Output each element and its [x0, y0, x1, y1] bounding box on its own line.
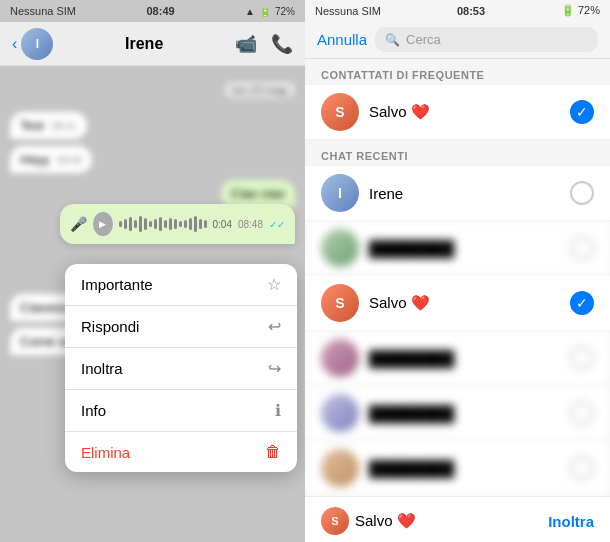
msg-date: lun 23 mag	[225, 82, 295, 98]
wave-bar	[144, 218, 147, 230]
frequent-section: CONTATTATI DI FREQUENTE S Salvo ❤️ ✓	[305, 59, 610, 140]
contact-row-blurred-4[interactable]: ████████	[305, 441, 610, 496]
inoltra-button[interactable]: Inoltra	[548, 513, 594, 530]
contact-name-salvo-frequent: Salvo ❤️	[369, 103, 560, 121]
contact-row-salvo-frequent[interactable]: S Salvo ❤️ ✓	[305, 85, 610, 140]
right-panel: Nessuna SIM 08:53 🔋 72% Annulla 🔍 Cerca …	[305, 0, 610, 542]
wave-bar	[154, 219, 157, 229]
wave-bar	[194, 216, 197, 232]
contact-name-blurred-1: ████████	[369, 240, 560, 257]
reply-icon: ↩	[268, 317, 281, 336]
check-circle-blurred-1[interactable]	[570, 236, 594, 260]
avatar-blurred-3	[321, 394, 359, 432]
frequent-header: CONTATTATI DI FREQUENTE	[305, 59, 610, 85]
battery-icon: 🔋	[259, 6, 271, 17]
contact-name-blurred-2: ████████	[369, 350, 560, 367]
avatar-blurred-1	[321, 229, 359, 267]
footer-selected: S Salvo ❤️	[321, 507, 416, 535]
wave-bar	[139, 216, 142, 232]
left-status-bar: Nessuna SIM 08:49 ▲ 🔋 72%	[0, 0, 305, 22]
avatar-salvo-frequent: S	[321, 93, 359, 131]
wave-bar	[119, 221, 122, 227]
right-footer: S Salvo ❤️ Inoltra	[305, 496, 610, 542]
right-status-bar: Nessuna SIM 08:53 🔋 72%	[305, 0, 610, 21]
wifi-icon: ▲	[245, 6, 255, 17]
check-circle-blurred-3[interactable]	[570, 401, 594, 425]
left-panel: Nessuna SIM 08:49 ▲ 🔋 72% ‹ I Irene 📹 📞 …	[0, 0, 305, 542]
wave-bar	[179, 221, 182, 227]
wave-bar	[204, 220, 207, 228]
search-placeholder: Cerca	[406, 32, 441, 47]
msg-ciao-ciao: Ciao ciao	[221, 180, 295, 207]
wave-bar	[134, 220, 137, 228]
wave-bar	[124, 219, 127, 229]
play-button[interactable]: ▶	[93, 212, 113, 236]
wave-bar	[199, 219, 202, 229]
right-battery: 🔋 72%	[561, 4, 600, 17]
context-label-importante: Importante	[81, 276, 153, 293]
context-item-elimina[interactable]: Elimina 🗑	[65, 432, 297, 472]
chat-area: lun 23 mag Test 08:41 Heyy 09:02 Ciao ci…	[0, 66, 305, 542]
phone-call-icon[interactable]: 📞	[271, 33, 293, 55]
search-bar[interactable]: 🔍 Cerca	[375, 27, 598, 52]
checkmark-icon: ✓✓	[269, 219, 285, 230]
nav-icons: 📹 📞	[235, 33, 293, 55]
wave-bar	[189, 218, 192, 230]
search-icon: 🔍	[385, 33, 400, 47]
wave-bar	[174, 219, 177, 229]
footer-selected-name: Salvo ❤️	[355, 512, 416, 530]
forward-icon: ↪	[268, 359, 281, 378]
back-button[interactable]: ‹ I	[12, 28, 53, 60]
footer-avatar: S	[321, 507, 349, 535]
contact-row-blurred-2[interactable]: ████████	[305, 331, 610, 386]
trash-icon: 🗑	[265, 443, 281, 461]
right-carrier: Nessuna SIM	[315, 5, 381, 17]
context-label-info: Info	[81, 402, 106, 419]
right-time: 08:53	[457, 5, 485, 17]
left-status-icons: ▲ 🔋 72%	[245, 6, 295, 17]
check-circle-irene[interactable]	[570, 181, 594, 205]
wave-bar	[169, 218, 172, 230]
context-label-rispondi: Rispondi	[81, 318, 139, 335]
wave-bar	[184, 220, 187, 228]
context-item-importante[interactable]: Importante ☆	[65, 264, 297, 306]
context-label-inoltra: Inoltra	[81, 360, 123, 377]
context-label-elimina: Elimina	[81, 444, 130, 461]
star-icon: ☆	[267, 275, 281, 294]
contact-name-blurred-4: ████████	[369, 460, 560, 477]
contact-name: Irene	[125, 35, 163, 53]
left-carrier: Nessuna SIM	[10, 5, 76, 17]
recent-section: CHAT RECENTI I Irene ████████ S Salvo ❤️…	[305, 140, 610, 496]
avatar-irene: I	[321, 174, 359, 212]
avatar: I	[21, 28, 53, 60]
contact-name-irene: Irene	[369, 185, 560, 202]
recent-header: CHAT RECENTI	[305, 140, 610, 166]
contact-row-blurred-1[interactable]: ████████	[305, 221, 610, 276]
left-nav-bar: ‹ I Irene 📹 📞	[0, 22, 305, 66]
battery-pct: 72%	[275, 6, 295, 17]
contact-row-irene[interactable]: I Irene	[305, 166, 610, 221]
contact-name-blurred-3: ████████	[369, 405, 560, 422]
voice-message-bubble[interactable]: 🎤 ▶ 0:04	[60, 204, 295, 244]
contact-row-salvo-recent[interactable]: S Salvo ❤️ ✓	[305, 276, 610, 331]
check-circle-blurred-2[interactable]	[570, 346, 594, 370]
msg-test: Test 08:41	[10, 112, 87, 139]
check-circle-salvo-recent[interactable]: ✓	[570, 291, 594, 315]
check-circle-salvo-frequent[interactable]: ✓	[570, 100, 594, 124]
right-nav-bar: Annulla 🔍 Cerca	[305, 21, 610, 59]
left-time: 08:49	[146, 5, 174, 17]
check-circle-blurred-4[interactable]	[570, 456, 594, 480]
cancel-button[interactable]: Annulla	[317, 31, 367, 48]
waveform	[119, 214, 207, 234]
wave-bar	[149, 221, 152, 227]
avatar-salvo-recent: S	[321, 284, 359, 322]
context-item-rispondi[interactable]: Rispondi ↩	[65, 306, 297, 348]
avatar-blurred-4	[321, 449, 359, 487]
mic-icon: 🎤	[70, 216, 87, 232]
context-item-info[interactable]: Info ℹ	[65, 390, 297, 432]
info-icon: ℹ	[275, 401, 281, 420]
video-call-icon[interactable]: 📹	[235, 33, 257, 55]
wave-bar	[164, 220, 167, 228]
contact-row-blurred-3[interactable]: ████████	[305, 386, 610, 441]
context-item-inoltra[interactable]: Inoltra ↪	[65, 348, 297, 390]
